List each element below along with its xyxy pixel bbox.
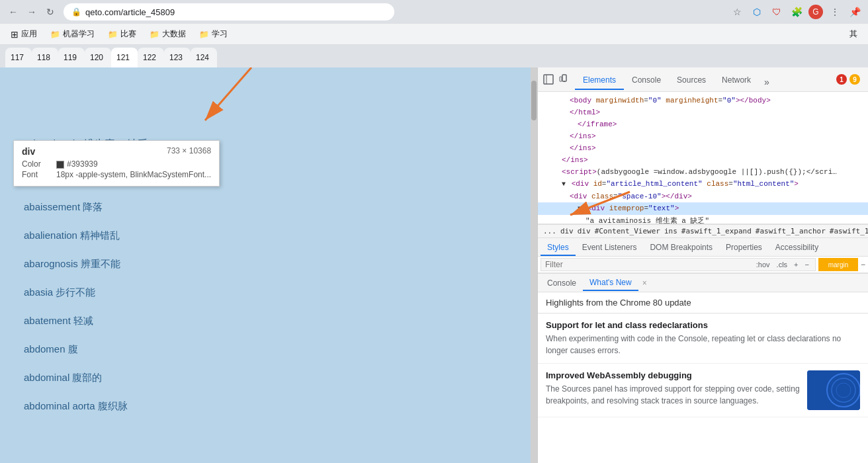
devtools-tab-elements[interactable]: Elements: [575, 71, 624, 90]
inspector-button[interactable]: [541, 71, 556, 87]
bookmark-ml[interactable]: 📁 机器学习: [45, 26, 100, 42]
shield-icon[interactable]: 🛡: [769, 4, 785, 20]
feature-item-1: Improved WebAssembly debugging The Sourc…: [538, 364, 868, 417]
apps-label: 应用: [21, 28, 37, 40]
folder-icon-ml: 📁: [50, 30, 60, 39]
extension-icon[interactable]: 🧩: [789, 4, 804, 20]
bookmark-other[interactable]: 其: [844, 26, 863, 42]
content-scroll: a avitaminosis 维生素 a 缺乏 abacterial 无菌的 a…: [0, 67, 531, 431]
feature-item-0: Support for let and class redeclarations…: [538, 314, 868, 364]
breadcrumb-aswift-anchor[interactable]: #aswift_1_anchor: [756, 227, 826, 235]
margin-indicator: margin: [818, 258, 858, 271]
breadcrumb-aswift-expand[interactable]: #aswift_1_expand: [681, 227, 752, 235]
tab-123[interactable]: 123: [164, 48, 191, 67]
breadcrumb-div2[interactable]: div: [578, 227, 591, 235]
bottom-tab-styles[interactable]: Styles: [541, 240, 576, 256]
bottom-tabs: Styles Event Listeners DOM Breakpoints P…: [538, 238, 868, 257]
code-line-7: ▼ <div id="article_html_content" class="…: [538, 178, 868, 190]
address-bar[interactable]: 🔒 qeto.com/article_45809: [64, 3, 394, 21]
back-button[interactable]: ←: [5, 4, 21, 20]
error-badge: 1: [836, 74, 847, 85]
code-line-5: </ins>: [538, 154, 868, 166]
scrollbar-thumb[interactable]: [531, 81, 537, 120]
whats-new-content: Highlights from the Chrome 80 update Sup…: [538, 292, 868, 417]
devtools-more-button[interactable]: »: [759, 74, 775, 90]
feature-title-0: Support for let and class redeclarations: [546, 320, 860, 330]
code-panel[interactable]: <body marginwidth="0" marginheight="0"><…: [538, 92, 868, 224]
whats-new-subtab[interactable]: What's New: [583, 275, 638, 291]
devtools-error-count: 1 9: [831, 71, 865, 87]
bottom-tab-accessibility[interactable]: Accessibility: [769, 240, 825, 256]
breadcrumb-aswift[interactable]: #aswift_1: [830, 227, 868, 235]
font-value: 18px -apple-system, BlinkMacSystemFont..…: [56, 170, 211, 179]
tab-119[interactable]: 119: [58, 48, 85, 67]
tab-122[interactable]: 122: [138, 48, 164, 67]
filter-add[interactable]: +: [792, 261, 800, 269]
tooltip-tag: div 733 × 10368: [22, 146, 211, 157]
scrollbar[interactable]: [531, 67, 537, 463]
minus-label: −: [861, 260, 865, 269]
list-item-4: abasia 步行不能: [13, 278, 517, 307]
browser-chrome: ← → ↻ 🔒 qeto.com/article_45809 ☆ ⬡ 🛡 🧩 G…: [0, 0, 868, 24]
breadcrumb-div1[interactable]: div: [560, 227, 574, 235]
device-button[interactable]: [556, 71, 572, 87]
apps-icon: ⊞: [11, 29, 19, 40]
tooltip-font-row: Font 18px -apple-system, BlinkMacSystemF…: [22, 170, 211, 179]
filter-input[interactable]: [545, 260, 752, 269]
filter-section: :hov .cls + − margin −: [538, 257, 868, 273]
tab-120[interactable]: 120: [85, 48, 111, 67]
bookmark-icon[interactable]: 📌: [847, 4, 863, 20]
filter-hov[interactable]: :hov: [754, 261, 772, 269]
learn-label: 学习: [212, 28, 228, 40]
warn-badge: 9: [849, 74, 860, 85]
toolbar-right: ☆ ⬡ 🛡 🧩 G ⋮ 📌: [729, 4, 863, 20]
code-line-4: </ins>: [538, 142, 868, 154]
tab-124[interactable]: 124: [191, 48, 217, 67]
list-item-2: abalienation 精神错乱: [13, 222, 517, 250]
bottom-tab-properties[interactable]: Properties: [719, 240, 769, 256]
refresh-button[interactable]: ↻: [42, 4, 58, 20]
subpanel-tabs: Console What's New ×: [538, 274, 868, 292]
devtools-tab-sources[interactable]: Sources: [669, 71, 714, 90]
forward-button[interactable]: →: [24, 4, 40, 20]
list-item-6: abdomen 腹: [13, 335, 517, 364]
menu-icon[interactable]: ⋮: [827, 4, 843, 20]
breadcrumb-dots[interactable]: ...: [543, 227, 556, 235]
breadcrumb-bar: ... div div #Content_Viewer ins #aswift_…: [538, 224, 868, 238]
breadcrumb-content-viewer[interactable]: #Content_Viewer: [595, 227, 660, 235]
element-tooltip: div 733 × 10368 Color #393939 Font 18px …: [13, 140, 220, 187]
tab-121[interactable]: 121: [111, 48, 138, 67]
color-label: Color: [22, 159, 48, 169]
svg-rect-2: [544, 75, 553, 84]
other-label: 其: [849, 28, 857, 40]
code-line-6: <script>(adsbygoogle =window.adsbygoogle…: [538, 166, 868, 178]
console-subtab[interactable]: Console: [541, 276, 583, 290]
filter-cls[interactable]: .cls: [775, 261, 790, 269]
comp-label: 比赛: [120, 28, 136, 40]
filter-minus[interactable]: −: [803, 261, 811, 269]
tab-117[interactable]: 117: [5, 48, 32, 67]
color-swatch: #393939: [56, 159, 98, 169]
folder-icon-comp: 📁: [108, 30, 118, 39]
breadcrumb-ins[interactable]: ins: [664, 227, 677, 235]
edge-icon[interactable]: ⬡: [749, 4, 765, 20]
bookmark-competition[interactable]: 📁 比赛: [103, 26, 142, 42]
nav-buttons: ← → ↻: [5, 4, 58, 20]
account-icon[interactable]: G: [808, 5, 823, 19]
bookmark-apps[interactable]: ⊞ 应用: [5, 26, 42, 42]
code-line-10: "a avitaminosis 维生素 a 缺乏": [538, 215, 868, 224]
devtools-tab-console[interactable]: Console: [624, 71, 669, 90]
devtools-tab-network[interactable]: Network: [714, 71, 759, 90]
whats-new-close[interactable]: ×: [640, 278, 650, 288]
whats-new-panel: Console What's New × Highlights from the…: [538, 273, 868, 463]
list-item-5: abatement 轻减: [13, 307, 517, 335]
address-text: qeto.com/article_45809: [85, 7, 175, 17]
code-line-2: </iframe>: [538, 118, 868, 130]
bottom-tab-dom-breakpoints[interactable]: DOM Breakpoints: [643, 240, 719, 256]
bookmark-learn[interactable]: 📁 学习: [194, 26, 233, 42]
bookmark-bigdata[interactable]: 📁 大数据: [144, 26, 191, 42]
font-label: Font: [22, 170, 48, 179]
tab-118[interactable]: 118: [32, 48, 58, 67]
bottom-tab-event-listeners[interactable]: Event Listeners: [576, 240, 644, 256]
star-icon[interactable]: ☆: [729, 4, 745, 20]
